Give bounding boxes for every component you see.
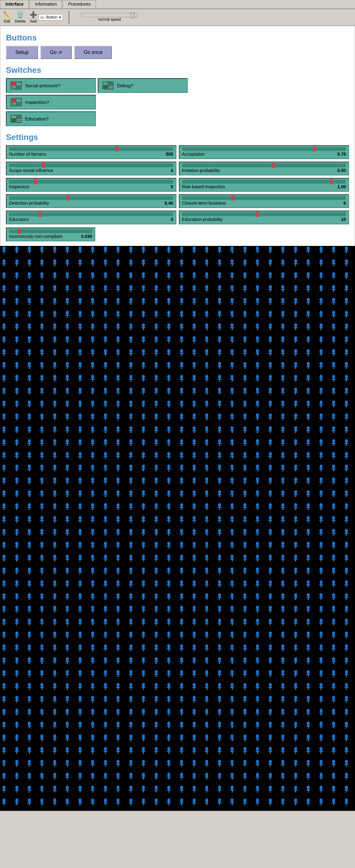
- agent-cell: 👤3: [90, 427, 95, 434]
- agent-number: 4: [3, 392, 5, 395]
- setup-button[interactable]: Setup: [6, 46, 38, 59]
- agent-cell: 👤3: [52, 670, 57, 678]
- agent-cell: 👤4: [141, 349, 146, 356]
- agent-cell: 👤3: [242, 657, 248, 665]
- setting-slider-track[interactable]: [182, 196, 346, 200]
- agent-figure: 👤: [65, 786, 70, 790]
- agent-cell: 👤3: [77, 529, 83, 536]
- setting-slider-thumb[interactable]: [66, 195, 70, 200]
- edit-button[interactable]: ✏️ Edit: [3, 11, 11, 24]
- agent-number: 3: [41, 739, 43, 742]
- agent-figure: 👤: [268, 477, 273, 482]
- agent-cell: 👤3: [166, 619, 171, 626]
- agent-figure: 👤: [242, 786, 248, 790]
- setting-slider-thumb[interactable]: [17, 229, 21, 234]
- agent-number: 3: [270, 610, 271, 613]
- agent-figure: 👤: [255, 401, 260, 405]
- agent-number: 4: [130, 662, 132, 665]
- agent-cell: 👤3: [268, 465, 273, 472]
- setting-closure-term-business[interactable]: Closure-term-business 6: [179, 194, 349, 208]
- setting-slider-thumb[interactable]: [34, 179, 37, 184]
- setting-slider-track[interactable]: [182, 163, 346, 167]
- agent-figure: 👤: [77, 413, 83, 418]
- agent-cell: 👤2: [318, 760, 324, 767]
- setting-imitation-probability[interactable]: Imitation-probability 0.50: [179, 162, 349, 176]
- agent-number: 3: [270, 457, 271, 459]
- tab-information[interactable]: Information: [30, 0, 62, 8]
- agent-number: 4: [117, 572, 119, 575]
- setting-slider-thumb[interactable]: [42, 163, 45, 168]
- setting-slider-thumb[interactable]: [231, 195, 235, 200]
- switch-social-pressure[interactable]: On Off Social-pressure?: [6, 78, 96, 93]
- go-once-button[interactable]: Go once: [74, 46, 112, 59]
- setting-slider-track[interactable]: [182, 212, 346, 216]
- setting-acceptation[interactable]: Acceptation 0.70: [179, 145, 349, 159]
- agent-cell: 👤3: [204, 336, 209, 344]
- agent-cell: 👤2: [77, 581, 83, 588]
- agent-figure: 👤: [217, 452, 222, 457]
- agent-figure: 👤: [179, 401, 184, 405]
- setting-inspectors[interactable]: Inspectors 5: [6, 178, 176, 192]
- tab-procedures[interactable]: Procedures: [63, 0, 96, 8]
- agent-figure: 👤: [166, 362, 171, 367]
- setting-slider-thumb[interactable]: [313, 147, 316, 152]
- setting-slider-track[interactable]: [9, 163, 173, 167]
- agent-cell: 👤4: [242, 452, 248, 459]
- tab-interface[interactable]: Interface: [0, 0, 29, 8]
- agent-cell: 👤2: [331, 542, 336, 549]
- agent-figure: 👤: [103, 516, 108, 521]
- agent-cell: 👤3: [141, 555, 146, 562]
- setting-slider-track[interactable]: [9, 229, 92, 233]
- agent-cell: 👤2: [255, 645, 260, 652]
- agent-cell: 👤3: [14, 362, 20, 369]
- speed-slider-thumb[interactable]: [131, 12, 134, 18]
- agent-number: 4: [333, 469, 334, 472]
- switch-education[interactable]: On Off Education?: [6, 112, 96, 126]
- go-button[interactable]: Go ↺: [40, 46, 72, 59]
- setting-slider-thumb[interactable]: [330, 179, 333, 184]
- agent-cell: 👤4: [39, 362, 44, 369]
- agent-figure: 👤: [77, 709, 83, 713]
- agent-figure: 👤: [1, 747, 7, 751]
- agent-cell: 👤3: [331, 272, 336, 280]
- agent-figure: 👤: [90, 491, 95, 495]
- agent-number: 4: [320, 379, 322, 382]
- setting-slider-thumb[interactable]: [39, 212, 42, 217]
- setting-slider-track[interactable]: [182, 147, 346, 151]
- setting-risk-based-inspection[interactable]: Risk-based-inspection 1.00: [179, 178, 349, 192]
- setting-inconsiously-non-compliant[interactable]: Inconsiously-non-compliant 0.030: [6, 227, 95, 241]
- setting-educators[interactable]: Educators 3: [6, 211, 176, 224]
- setting-education-probability[interactable]: Education-probability 10: [179, 211, 349, 224]
- agent-cell: 👤3: [344, 683, 349, 690]
- setting-slider-thumb[interactable]: [116, 147, 119, 152]
- agent-cell: 👤3: [90, 683, 95, 690]
- setting-slider-track[interactable]: [9, 212, 173, 216]
- agent-figure: 👤: [39, 555, 44, 559]
- delete-button[interactable]: 🗑️ Delete: [15, 11, 26, 24]
- agent-number: 3: [168, 649, 170, 652]
- agent-figure: 👤: [77, 581, 83, 585]
- add-button[interactable]: ➕ Add: [30, 11, 37, 24]
- agent-figure: 👤: [268, 747, 273, 751]
- agent-cell: 👤3: [141, 516, 146, 523]
- speed-slider[interactable]: [81, 13, 138, 17]
- setting-detection-probability[interactable]: Detection-probability 0.40: [6, 194, 176, 208]
- setting-slider-track[interactable]: [9, 147, 173, 151]
- setting-slider-thumb[interactable]: [256, 212, 259, 217]
- agent-number: 3: [29, 367, 30, 369]
- setting-slider-track[interactable]: [9, 196, 173, 200]
- setting-number-of-farmers[interactable]: Number-of-farmers 500: [6, 145, 176, 159]
- switch-debug[interactable]: On Off Debug?: [98, 78, 188, 93]
- setting-slider-track[interactable]: [9, 180, 173, 184]
- agent-number: 4: [295, 290, 296, 292]
- agent-cell: 👤4: [293, 529, 298, 536]
- agent-number: 2: [206, 610, 207, 613]
- setting-slider-track[interactable]: [182, 180, 346, 184]
- switch-inspection[interactable]: On Off Inspection?: [6, 95, 96, 110]
- agent-figure: 👤: [65, 529, 70, 533]
- setting-scope-social-influence[interactable]: Scope-social-influence 3: [6, 162, 176, 176]
- widget-type-dropdown[interactable]: abc Button ▼: [39, 14, 63, 21]
- setting-slider-thumb[interactable]: [272, 163, 275, 168]
- agent-figure: 👤: [293, 568, 298, 572]
- agent-figure: 👤: [153, 388, 159, 392]
